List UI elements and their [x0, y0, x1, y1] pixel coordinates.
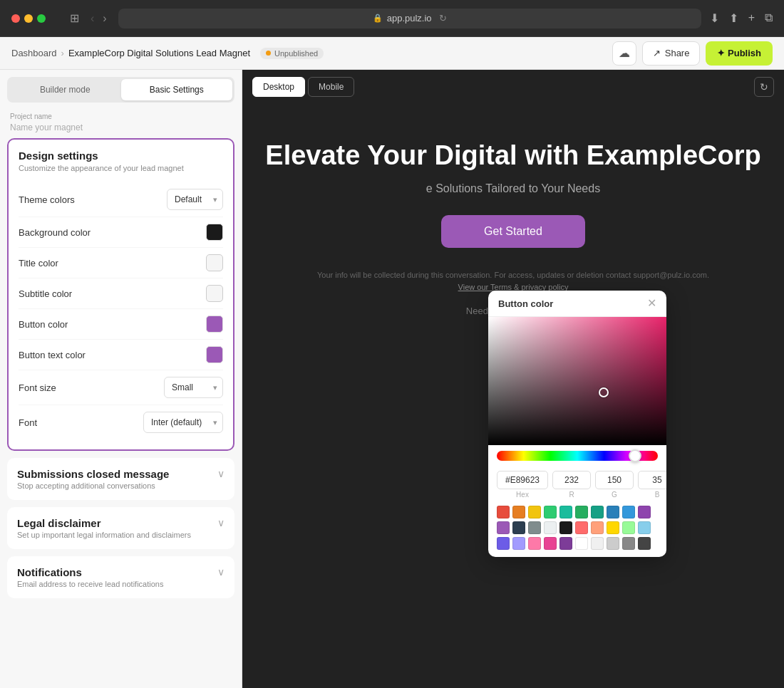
preset-color-swatch[interactable] [544, 506, 557, 518]
preset-color-swatch[interactable] [559, 537, 572, 550]
reload-icon[interactable]: ↻ [439, 13, 447, 24]
tab-basic-settings[interactable]: Basic Settings [121, 79, 233, 100]
preset-color-swatch[interactable] [607, 506, 619, 518]
b-input[interactable] [638, 471, 666, 489]
preset-color-swatch[interactable] [497, 506, 510, 518]
status-badge: Unpublished [260, 48, 324, 59]
subtitle-color-label: Subtitle color [19, 288, 72, 299]
close-window-button[interactable] [11, 14, 20, 23]
theme-colors-select[interactable]: Default [167, 189, 223, 210]
submissions-closed-chevron[interactable]: ∨ [217, 468, 225, 479]
preset-color-swatch[interactable] [591, 537, 604, 550]
preset-color-swatch[interactable] [607, 537, 619, 550]
preset-color-swatch[interactable] [622, 521, 635, 534]
preset-color-swatch[interactable] [512, 521, 525, 534]
preset-color-swatch[interactable] [544, 521, 557, 534]
preset-color-swatch[interactable] [591, 506, 604, 518]
preset-color-swatch[interactable] [512, 506, 525, 518]
share-browser-icon[interactable]: ⬆ [729, 11, 738, 25]
preset-color-swatch[interactable] [528, 506, 541, 518]
preset-color-swatch[interactable] [528, 537, 541, 550]
r-input-group: R [552, 471, 591, 499]
legal-disclaimer-title: Legal disclaimer [17, 517, 191, 529]
preview-hero: Elevate Your Digital with ExampleCorp e … [265, 104, 760, 316]
preview-cta-button[interactable]: Get Started [441, 215, 585, 248]
title-color-swatch[interactable] [206, 254, 223, 271]
tab-mobile-view[interactable]: Mobile [308, 77, 354, 97]
preset-color-swatch[interactable] [512, 537, 525, 550]
hex-input[interactable] [497, 471, 548, 489]
preset-color-swatch[interactable] [575, 521, 588, 534]
hue-slider-thumb[interactable] [629, 449, 641, 462]
notifications-header: Notifications Email address to receive l… [17, 566, 225, 588]
background-color-row: Background color [19, 217, 223, 248]
sidebar-toggle-icon[interactable]: ⊞ [70, 11, 79, 25]
preset-color-swatch[interactable] [638, 521, 651, 534]
preset-color-swatch[interactable] [497, 521, 510, 534]
fullscreen-window-button[interactable] [37, 14, 46, 23]
font-select[interactable]: Inter (default) [143, 412, 223, 433]
preview-content: Elevate Your Digital with ExampleCorp e … [242, 104, 784, 316]
browser-actions: ⬇ ⬆ + ⧉ [710, 11, 773, 25]
button-text-color-swatch[interactable] [206, 346, 223, 363]
project-name-value: Name your magnet [10, 123, 232, 132]
refresh-icon: ↻ [760, 81, 768, 93]
address-bar[interactable]: 🔒 app.pulz.io ↻ [118, 9, 701, 28]
preset-color-swatch[interactable] [622, 537, 635, 550]
preview-refresh-button[interactable]: ↻ [754, 77, 774, 97]
font-size-select[interactable]: Small Medium Large [164, 377, 223, 398]
legal-disclaimer-chevron[interactable]: ∨ [217, 517, 225, 528]
preset-color-swatch[interactable] [528, 521, 541, 534]
g-label: G [612, 491, 617, 499]
g-input[interactable] [595, 471, 634, 489]
preset-color-swatch[interactable] [638, 537, 651, 550]
preset-color-swatch[interactable] [638, 506, 651, 518]
publish-button[interactable]: ✦ Publish [706, 41, 773, 66]
preset-color-swatch[interactable] [575, 537, 588, 550]
preset-color-swatch[interactable] [622, 506, 635, 518]
subtitle-color-swatch[interactable] [206, 285, 223, 302]
button-color-row: Button color [19, 309, 223, 340]
preset-color-swatch[interactable] [575, 506, 588, 518]
preset-color-swatch[interactable] [559, 506, 572, 518]
legal-disclaimer-header: Legal disclaimer Set up important legal … [17, 517, 225, 539]
preview-hero-subtitle: e Solutions Tailored to Your Needs [265, 182, 760, 195]
project-name-label: Project name [10, 113, 232, 120]
download-icon[interactable]: ⬇ [710, 11, 719, 25]
share-button[interactable]: ↗ Share [642, 41, 701, 66]
preview-area: Desktop Mobile ↻ Elevate Your Digital wi… [242, 70, 784, 688]
preset-colors [488, 503, 666, 557]
r-input[interactable] [552, 471, 591, 489]
tab-desktop-view[interactable]: Desktop [252, 77, 305, 97]
forward-arrow-icon[interactable]: › [100, 11, 109, 26]
preset-color-swatch[interactable] [559, 521, 572, 534]
preset-color-swatch[interactable] [591, 521, 604, 534]
url-display: app.pulz.io [387, 13, 432, 24]
legal-disclaimer-section: Legal disclaimer Set up important legal … [7, 507, 234, 549]
new-tab-icon[interactable]: + [748, 11, 755, 25]
background-color-swatch[interactable] [206, 224, 223, 241]
tabs-overview-icon[interactable]: ⧉ [765, 11, 773, 25]
font-size-dropdown-wrapper: Small Medium Large [164, 377, 223, 398]
title-color-row: Title color [19, 248, 223, 278]
preset-color-swatch[interactable] [607, 521, 619, 534]
hex-input-group: Hex [497, 471, 548, 499]
breadcrumb: Dashboard › ExampleCorp Digital Solution… [11, 48, 324, 59]
color-gradient-canvas[interactable] [488, 317, 666, 445]
minimize-window-button[interactable] [24, 14, 33, 23]
preset-color-swatch[interactable] [544, 537, 557, 550]
design-settings-title: Design settings [19, 150, 223, 162]
cloud-save-button[interactable]: ☁ [612, 41, 636, 66]
view-tabs: Desktop Mobile [252, 77, 354, 97]
notifications-chevron[interactable]: ∨ [217, 566, 225, 578]
picker-close-button[interactable]: ✕ [647, 298, 656, 309]
preset-color-swatch[interactable] [497, 537, 510, 550]
back-arrow-icon[interactable]: ‹ [88, 11, 97, 26]
nav-arrows: ‹ › [88, 11, 110, 26]
picker-dot[interactable] [599, 387, 609, 397]
button-color-swatch[interactable] [206, 316, 223, 333]
dashboard-link[interactable]: Dashboard [11, 48, 57, 58]
tab-builder-mode[interactable]: Builder mode [9, 79, 121, 100]
hue-slider[interactable] [497, 451, 658, 461]
theme-colors-row: Theme colors Default [19, 182, 223, 217]
